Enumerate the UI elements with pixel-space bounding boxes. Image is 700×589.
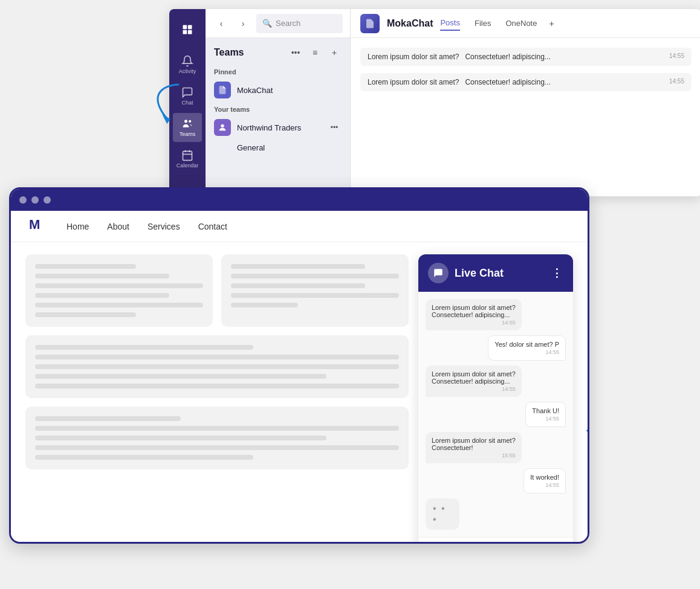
placeholder — [35, 374, 326, 379]
browser-dot-1 — [19, 196, 27, 204]
northwind-traders-item[interactable]: Northwind Traders ••• — [206, 115, 350, 140]
placeholder — [231, 283, 365, 288]
chat-msg-4-time: 14:55 — [532, 416, 559, 422]
content-card-1 — [25, 254, 213, 327]
search-icon: 🔍 — [262, 19, 272, 28]
chat-msg-5-time: 15:55 — [432, 452, 516, 459]
teams-message-2: Lorem ipsum dolor sit amet? Consectetuer… — [360, 73, 692, 91]
placeholder — [35, 264, 136, 269]
placeholder — [35, 274, 169, 278]
teams-filter-button[interactable]: ≡ — [308, 45, 322, 60]
teams-add-button[interactable]: + — [327, 45, 342, 60]
nav-services[interactable]: Services — [147, 222, 180, 231]
sidebar-calendar-label: Calendar — [177, 163, 199, 169]
chat-msg-4-text: Thank U! — [532, 407, 559, 414]
browser-content: M Home About Services Contact — [11, 211, 588, 542]
placeholder — [35, 436, 326, 440]
chat-header-title: Live Chat — [455, 267, 545, 280]
add-tab-button[interactable]: + — [544, 16, 559, 31]
placeholder — [231, 264, 365, 269]
browser-window: M Home About Services Contact — [9, 187, 589, 544]
teams-msg-time-2: 14:55 — [669, 78, 684, 85]
placeholder — [231, 303, 298, 307]
chat-msg-1-text2: Consectetuer! adipiscing... — [432, 311, 516, 318]
arrow-to-chat-widget — [575, 419, 588, 494]
teams-message-bubble-1: Lorem ipsum dolor sit amet? Consectetuer… — [360, 48, 692, 66]
website-nav: M Home About Services Contact — [11, 211, 588, 242]
teams-window: Activity Chat Teams Calendar — [169, 9, 700, 196]
general-name: General — [237, 143, 342, 152]
sidebar-activity-label: Activity — [179, 68, 196, 74]
chat-msg-6-text: It worked! — [530, 474, 559, 481]
chat-msg-2-text: Yes! dolor sit amet? P — [494, 341, 559, 348]
content-card-2 — [221, 254, 409, 327]
chat-input-bar: Message... 🎤 — [418, 537, 573, 542]
sidebar-app-icon[interactable] — [173, 15, 202, 44]
teams-msg-text-1: Lorem ipsum dolor sit amet? Consectetuer… — [368, 53, 657, 61]
content-card-3 — [25, 335, 409, 398]
teams-msg-text-2: Lorem ipsum dolor sit amet? Consectetuer… — [368, 78, 657, 86]
content-row-1 — [25, 254, 409, 327]
live-chat-widget: Live Chat ⋮ Lorem ipsum dolor sit amet? … — [418, 254, 573, 542]
svg-rect-6 — [183, 151, 192, 160]
browser-dot-3 — [44, 196, 51, 204]
teams-panel-title: Teams — [214, 47, 284, 58]
chat-msg-5: Lorem ipsum dolor sit amet? Consectetuer… — [426, 432, 522, 463]
tab-posts[interactable]: Posts — [440, 16, 460, 31]
general-item[interactable]: General — [206, 140, 350, 156]
teams-right-panel: MokaChat Posts Files OneNote + Lorem ips… — [351, 9, 700, 196]
placeholder — [35, 445, 399, 450]
chat-msg-2: Yes! dolor sit amet? P 14:55 — [488, 335, 566, 361]
pinned-mokachat-item[interactable]: MokaChat — [206, 78, 350, 102]
search-bar[interactable]: 🔍 Search — [256, 14, 343, 33]
nav-forward-button[interactable]: › — [235, 15, 251, 32]
website-logo: M — [29, 217, 48, 236]
svg-rect-3 — [188, 30, 192, 34]
svg-rect-2 — [183, 30, 187, 34]
chat-msg-3-text: Lorem ipsum dolor sit amet? — [432, 370, 516, 378]
chat-msg-3-time: 14:55 — [432, 386, 516, 392]
arrow-to-chat — [133, 79, 193, 135]
placeholder — [35, 312, 136, 317]
teams-msg-time-1: 14:55 — [669, 53, 684, 59]
chat-messages-area: Lorem ipsum dolor sit amet? Consectetuer… — [418, 292, 573, 537]
chat-msg-4: Thank U! 14:55 — [525, 402, 566, 427]
nav-contact[interactable]: Contact — [198, 222, 227, 231]
sidebar-item-calendar[interactable]: Calendar — [173, 144, 202, 173]
northwind-avatar — [214, 119, 231, 136]
chat-msg-3: Lorem ipsum dolor sit amet? Consectetuer… — [426, 365, 522, 397]
sidebar-item-activity[interactable]: Activity — [173, 50, 202, 79]
placeholder — [231, 274, 399, 278]
placeholder — [35, 455, 253, 460]
browser-titlebar — [11, 189, 588, 211]
pinned-mokachat-name: MokaChat — [237, 86, 342, 95]
nav-back-button[interactable]: ‹ — [213, 15, 230, 32]
chat-msg-1: Lorem ipsum dolor sit amet? Consectetuer… — [426, 299, 522, 330]
pinned-section-label: Pinned — [206, 65, 350, 78]
nav-about[interactable]: About — [107, 222, 129, 231]
channel-name: MokaChat — [387, 18, 433, 29]
chat-menu-button[interactable]: ⋮ — [551, 266, 563, 280]
northwind-more-btn[interactable]: ••• — [327, 120, 342, 135]
tab-files[interactable]: Files — [475, 16, 491, 30]
placeholder — [35, 364, 399, 369]
chat-msg-2-time: 14:55 — [494, 349, 559, 355]
chat-header: Live Chat ⋮ — [418, 254, 573, 292]
placeholder — [231, 293, 399, 298]
placeholder — [35, 293, 169, 298]
svg-point-10 — [221, 124, 224, 127]
chat-header-icon — [428, 263, 449, 283]
tab-onenote[interactable]: OneNote — [505, 16, 537, 30]
teams-left-panel: ‹ › 🔍 Search Teams ••• ≡ + Pinned MokaCh… — [206, 9, 351, 196]
placeholder — [35, 303, 203, 307]
teams-message-1: Lorem ipsum dolor sit amet? Consectetuer… — [360, 48, 692, 66]
chat-msg-1-text: Lorem ipsum dolor sit amet? — [432, 304, 516, 311]
placeholder — [35, 345, 253, 350]
teams-more-button[interactable]: ••• — [288, 45, 303, 60]
chat-msg-1-time: 14:55 — [432, 320, 516, 326]
placeholder — [35, 355, 399, 359]
nav-home[interactable]: Home — [66, 222, 89, 231]
content-card-4 — [25, 407, 409, 469]
teams-message-bubble-2: Lorem ipsum dolor sit amet? Consectetuer… — [360, 73, 692, 91]
teams-channel-header: MokaChat Posts Files OneNote + — [351, 9, 700, 38]
